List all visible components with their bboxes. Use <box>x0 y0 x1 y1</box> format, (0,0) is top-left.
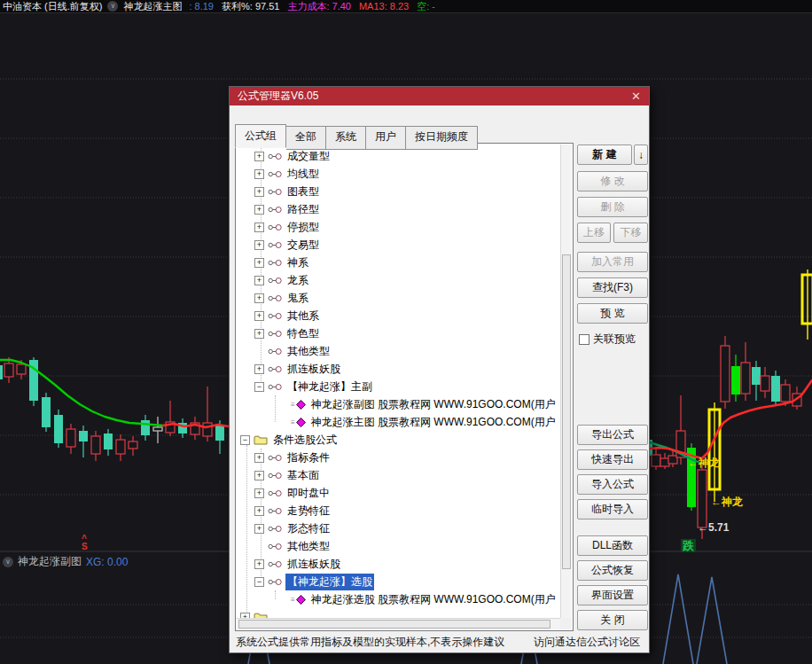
expand-icon[interactable]: + <box>254 559 264 569</box>
ui-settings-button[interactable]: 界面设置 <box>577 585 648 605</box>
expand-icon[interactable]: + <box>254 453 264 463</box>
tree-row-label[interactable]: 其他系 <box>285 308 321 324</box>
tree-row[interactable]: −【神龙起涨】选股 <box>237 573 560 590</box>
expand-icon[interactable]: + <box>254 311 264 321</box>
tree-row-label[interactable]: 神龙起涨副图 股票教程网 WWW.91GOO.COM(用户 <box>309 396 558 413</box>
scrollbar-thumb[interactable] <box>562 254 571 569</box>
tree-row[interactable]: +均线型 <box>237 165 560 183</box>
move-down-button[interactable]: 下移 <box>613 223 648 243</box>
tree-row[interactable]: +形态特征 <box>237 519 560 537</box>
tree-row[interactable]: +即时盘中 <box>237 484 560 502</box>
expand-icon[interactable]: + <box>254 329 264 339</box>
tree-row[interactable]: + <box>237 608 560 618</box>
tree-row[interactable]: +神系 <box>237 254 560 271</box>
new-button[interactable]: 新 建 <box>577 145 632 165</box>
tree-row-label[interactable]: 均线型 <box>285 166 321 183</box>
tree-row-label[interactable]: 神龙起涨主图 股票教程网 WWW.91GOO.COM(用户 <box>309 414 558 431</box>
tree-row[interactable]: ≡神龙起涨选股 股票教程网 WWW.91GOO.COM(用户 <box>237 590 560 608</box>
tree-row-label[interactable]: 图表型 <box>285 184 321 200</box>
import-formula-button[interactable]: 导入公式 <box>577 474 648 495</box>
tree-row[interactable]: 其他类型 <box>237 537 560 555</box>
collapse-icon[interactable]: − <box>254 577 264 587</box>
tree-row[interactable]: ≡神龙起涨主图 股票教程网 WWW.91GOO.COM(用户 <box>237 413 560 431</box>
tree-row-label[interactable]: 指标条件 <box>285 449 332 466</box>
tree-row[interactable]: +交易型 <box>237 236 560 254</box>
tree-row-label[interactable]: 神龙起涨选股 股票教程网 WWW.91GOO.COM(用户 <box>309 591 558 608</box>
tree-horizontal-scrollbar[interactable] <box>237 618 560 629</box>
tree-row-label[interactable]: 龙系 <box>285 272 310 289</box>
close-icon[interactable]: ✕ <box>631 87 641 105</box>
expand-icon[interactable]: + <box>254 152 264 161</box>
expand-icon[interactable]: + <box>254 506 264 516</box>
chevron-down-icon[interactable]: ∨ <box>3 557 13 567</box>
tree-row-label[interactable]: 形态特征 <box>285 520 332 537</box>
tree-row-label[interactable]: 【神龙起涨】主副 <box>285 379 374 395</box>
tree-row[interactable]: +其他系 <box>237 307 560 324</box>
new-dropdown-button[interactable]: ↓ <box>634 145 648 165</box>
tree-row[interactable]: +鬼系 <box>237 289 560 307</box>
close-button[interactable]: 关 闭 <box>577 610 648 630</box>
find-button[interactable]: 查找(F3) <box>577 277 648 298</box>
tree-row-label[interactable]: 鬼系 <box>285 290 310 307</box>
tab-all[interactable]: 全部 <box>286 126 326 150</box>
tree-row-label[interactable]: 路径型 <box>285 201 321 218</box>
delete-button[interactable]: 删 除 <box>577 197 648 217</box>
stock-title[interactable]: 中油资本 (日线.前复权) <box>3 0 102 13</box>
dialog-titlebar[interactable]: 公式管理器V6.05 ✕ <box>230 87 649 105</box>
tree-row[interactable]: +特色型 <box>237 324 560 342</box>
expand-icon[interactable]: + <box>254 364 264 374</box>
indicator-name[interactable]: 神龙起涨主图 <box>123 0 182 13</box>
tree-row[interactable]: +抓连板妖股 <box>237 555 560 573</box>
scrollbar-thumb[interactable] <box>238 620 550 629</box>
tree-row[interactable]: +路径型 <box>237 200 560 218</box>
dll-function-button[interactable]: DLL函数 <box>577 535 648 556</box>
expand-icon[interactable]: + <box>254 240 264 250</box>
tab-system[interactable]: 系统 <box>326 126 366 150</box>
temp-import-button[interactable]: 临时导入 <box>577 499 648 519</box>
tree-row-label[interactable]: 其他类型 <box>285 538 332 555</box>
collapse-icon[interactable]: − <box>254 382 264 392</box>
expand-icon[interactable]: + <box>254 471 264 480</box>
tree-row-label[interactable]: 抓连板妖股 <box>285 361 342 378</box>
tree-row-label[interactable]: 停损型 <box>285 219 321 236</box>
tree-row[interactable]: +成交量型 <box>237 147 560 165</box>
collapse-icon[interactable]: − <box>240 435 250 445</box>
expand-icon[interactable]: + <box>254 276 264 285</box>
forum-link[interactable]: 访问通达信公式讨论区 <box>534 635 640 650</box>
export-formula-button[interactable]: 导出公式 <box>577 425 648 445</box>
tree-row-label[interactable]: 神系 <box>285 254 310 271</box>
expand-icon[interactable]: + <box>254 258 264 268</box>
tree-row[interactable]: −条件选股公式 <box>237 431 560 449</box>
modify-button[interactable]: 修 改 <box>577 171 648 191</box>
quick-export-button[interactable]: 快速导出 <box>577 449 648 470</box>
tree-row[interactable]: +走势特征 <box>237 502 560 519</box>
tree-row[interactable]: ≡神龙起涨副图 股票教程网 WWW.91GOO.COM(用户 <box>237 395 560 413</box>
tree-row-label[interactable]: 交易型 <box>285 237 321 254</box>
expand-icon[interactable]: + <box>254 223 264 232</box>
tree-row[interactable]: +龙系 <box>237 271 560 289</box>
tree-row-label[interactable]: 条件选股公式 <box>271 432 339 449</box>
chevron-down-icon[interactable]: ∨ <box>107 1 118 12</box>
tree-row[interactable]: −【神龙起涨】主副 <box>237 378 560 395</box>
tree-row-label[interactable]: 【神龙起涨】选股 <box>285 574 374 590</box>
tree-row-label[interactable]: 特色型 <box>285 325 321 342</box>
add-favorite-button[interactable]: 加入常用 <box>577 252 648 272</box>
tab-formula-group[interactable]: 公式组 <box>235 124 286 148</box>
link-preview-checkbox[interactable]: 关联预览 <box>579 332 636 347</box>
expand-icon[interactable]: + <box>254 488 264 498</box>
tree-row[interactable]: +图表型 <box>237 183 560 200</box>
expand-icon[interactable]: + <box>254 205 264 215</box>
tree-row[interactable]: +停损型 <box>237 218 560 236</box>
move-up-button[interactable]: 上移 <box>577 223 611 243</box>
expand-icon[interactable]: + <box>254 293 264 303</box>
tree-row-label[interactable]: 抓连板妖股 <box>285 556 342 573</box>
tree-row-label[interactable]: 走势特征 <box>285 503 332 519</box>
tree-vertical-scrollbar[interactable] <box>560 145 572 618</box>
tab-by-date[interactable]: 按日期频度 <box>406 126 478 150</box>
subchart-indicator-name[interactable]: 神龙起涨副图 <box>18 554 82 569</box>
checkbox-icon[interactable] <box>579 334 589 345</box>
tree-row[interactable]: +基本面 <box>237 466 560 484</box>
preview-button[interactable]: 预 览 <box>577 303 648 324</box>
tree-row-label[interactable]: 其他类型 <box>285 343 332 360</box>
expand-icon[interactable]: + <box>254 169 264 179</box>
